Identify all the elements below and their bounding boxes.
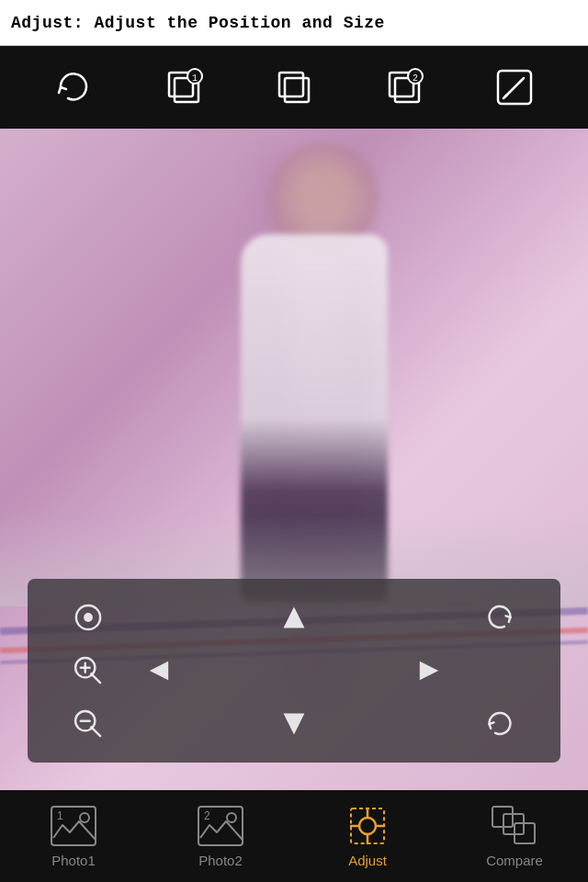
svg-marker-25 [420,662,438,680]
nav-photo2-label: Photo2 [198,853,243,868]
svg-line-21 [91,727,100,736]
svg-rect-5 [285,78,309,102]
zoom-out-button[interactable] [42,700,134,748]
svg-point-34 [359,818,376,834]
nav-adjust[interactable]: Adjust [303,795,432,877]
svg-rect-4 [279,73,303,96]
svg-line-12 [520,78,524,82]
svg-point-15 [84,613,93,622]
target-button[interactable] [42,594,134,641]
nav-adjust-label: Adjust [348,853,387,868]
control-panel [28,579,560,763]
arrows-lr-container [140,647,448,695]
rotate-cw-button[interactable] [454,700,546,748]
photo2-icon: 2 [197,805,244,847]
toolbar: 1 2 [0,46,588,129]
refresh-button[interactable] [46,60,101,115]
arrow-left-button[interactable] [144,656,174,685]
svg-text:2: 2 [413,74,418,84]
nav-compare[interactable]: Compare [450,795,579,877]
svg-text:2: 2 [204,809,210,822]
svg-marker-23 [284,607,305,628]
nav-photo1-label: Photo1 [51,853,96,868]
compare-icon [491,805,538,847]
arrow-up-button[interactable] [277,594,311,641]
svg-line-17 [91,673,100,683]
layer-full-button[interactable] [266,60,322,115]
nav-photo1[interactable]: 1 Photo1 [9,795,138,877]
bottom-nav: 1 Photo1 2 Photo2 Adjust [0,790,588,882]
svg-marker-26 [284,714,305,735]
zoom-in-button[interactable] [42,647,134,695]
canvas-area [0,129,588,790]
svg-text:1: 1 [57,809,63,822]
svg-point-32 [227,813,236,822]
arrow-right-button[interactable] [414,656,444,685]
nav-photo2[interactable]: 2 Photo2 [156,795,285,877]
title-bar: Adjust: Adjust the Position and Size [0,0,588,46]
svg-line-13 [503,95,507,98]
svg-marker-24 [150,662,168,680]
arrow-down-button[interactable] [277,700,311,748]
edit-button[interactable] [487,60,542,115]
svg-point-29 [80,813,89,822]
rotate-ccw-button[interactable] [454,594,546,641]
layer1-button[interactable]: 1 [156,60,211,115]
layer2-button[interactable]: 2 [377,60,432,115]
svg-text:1: 1 [192,74,198,84]
adjust-icon [344,805,391,847]
photo1-icon: 1 [50,805,97,847]
title-text: Adjust: Adjust the Position and Size [11,14,385,32]
nav-compare-label: Compare [486,853,543,868]
